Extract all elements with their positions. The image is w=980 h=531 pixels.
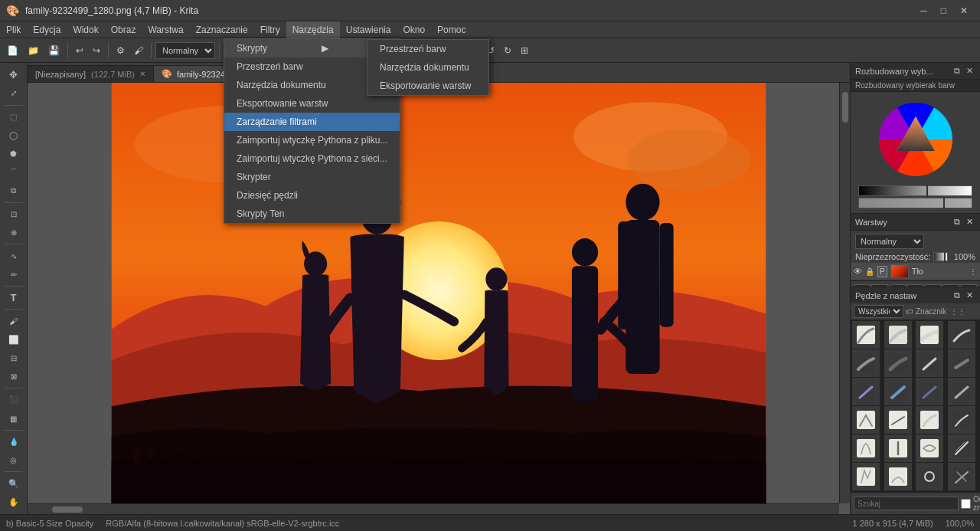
- close-button[interactable]: ✕: [954, 4, 974, 18]
- menu-ten-brushes-item[interactable]: Dziesięć pędzli: [224, 186, 400, 205]
- horizontal-scrollbar[interactable]: [28, 503, 839, 514]
- filter-tag-checkbox[interactable]: [961, 499, 971, 509]
- brush-category-select[interactable]: Wszystkie: [854, 305, 903, 318]
- brush-cell-11[interactable]: [916, 378, 943, 405]
- brush-cell-20[interactable]: [948, 434, 975, 462]
- new-file-button[interactable]: 📄: [3, 41, 22, 61]
- undo-button[interactable]: ↩: [72, 41, 87, 61]
- tool-transform2[interactable]: ⤢: [2, 84, 25, 102]
- tool-select-ellipse[interactable]: ◯: [2, 126, 25, 144]
- tool-eyedropper[interactable]: 💧: [2, 433, 25, 451]
- menu-view[interactable]: Widok: [67, 21, 104, 38]
- brush-cell-12[interactable]: [948, 378, 975, 405]
- tool-eraser[interactable]: ⬜: [2, 331, 25, 349]
- menu-skrypter-item[interactable]: Skrypter: [224, 168, 400, 186]
- brushes-close[interactable]: ✕: [964, 290, 975, 301]
- vertical-scrollbar[interactable]: [839, 83, 850, 503]
- brush-cell-2[interactable]: [884, 321, 912, 349]
- tool-select-contiguous[interactable]: ⧉: [2, 182, 25, 200]
- saturation-bar[interactable]: [858, 198, 972, 208]
- tab-unsaved[interactable]: [Niezapisany] (122,7 MiB) ✕: [28, 65, 154, 82]
- brush-cell-16[interactable]: [948, 406, 975, 434]
- brush-cell-14[interactable]: [884, 406, 912, 434]
- brush-cell-24[interactable]: [948, 463, 975, 490]
- tool-fill[interactable]: ⬛: [2, 391, 25, 408]
- brush-cell-17[interactable]: [852, 434, 880, 462]
- tool-smart-eyedropper[interactable]: ◎: [2, 451, 25, 469]
- tool-smart-patch[interactable]: ⊟: [2, 349, 25, 367]
- brush-cell-19[interactable]: [916, 434, 943, 462]
- rotate-right-button[interactable]: ↻: [500, 41, 515, 61]
- tool-zoom[interactable]: 🔍: [2, 474, 25, 492]
- menu-tools[interactable]: Narzędzia: [286, 21, 340, 38]
- minimize-button[interactable]: ─: [914, 4, 933, 18]
- canvas-viewport[interactable]: [28, 83, 850, 514]
- tab-unsaved-close[interactable]: ✕: [139, 70, 145, 78]
- brush-cell-9[interactable]: [852, 378, 880, 405]
- brush-cell-7[interactable]: [916, 349, 943, 377]
- menu-export-layers-item[interactable]: Eksportowanie warstw: [224, 94, 400, 113]
- layers-float[interactable]: ⧉: [952, 216, 962, 228]
- menu-manage-filters-item[interactable]: Zarządzanie filtrami: [224, 113, 400, 131]
- layer-visibility-icon[interactable]: 👁: [854, 267, 862, 276]
- menu-settings[interactable]: Ustawienia: [340, 21, 397, 38]
- menu-filter[interactable]: Filtry: [254, 21, 286, 38]
- brush-cell-3[interactable]: [916, 321, 943, 349]
- menu-file[interactable]: Plik: [0, 21, 27, 38]
- color-wheel-svg[interactable]: [877, 101, 954, 178]
- menu-window[interactable]: Okno: [397, 21, 431, 38]
- brush-cell-6[interactable]: [884, 349, 912, 377]
- brush-icon-button[interactable]: 🖌: [130, 41, 147, 61]
- brush-cell-23[interactable]: [916, 463, 943, 490]
- tool-paint[interactable]: 🖌: [2, 312, 25, 329]
- brush-cell-21[interactable]: [852, 463, 880, 490]
- brush-search-input[interactable]: [854, 497, 959, 510]
- layer-options-icon[interactable]: ⋮: [969, 267, 977, 276]
- tool-gradient[interactable]: ▦: [2, 410, 25, 428]
- brush-cell-5[interactable]: [852, 349, 880, 377]
- tool-select-rect[interactable]: ⬚: [2, 108, 25, 126]
- submenu-doc-tools[interactable]: Narzędzia dokumentu: [368, 58, 488, 77]
- maximize-button[interactable]: □: [935, 4, 952, 18]
- brush-cell-4[interactable]: [948, 321, 975, 349]
- tool-freehand-path[interactable]: ✏: [2, 266, 25, 284]
- blend-mode-select[interactable]: Normalny: [155, 42, 215, 59]
- menu-ten-scripts-item[interactable]: Skrypty Ten: [224, 205, 400, 223]
- tool-pan[interactable]: ✋: [2, 493, 25, 511]
- save-file-button[interactable]: 💾: [44, 41, 64, 61]
- submenu-color-space[interactable]: Przestrzeń barw: [368, 40, 488, 58]
- canvas-options-button[interactable]: ⊞: [517, 41, 532, 61]
- tool-bezier[interactable]: ∿: [2, 247, 25, 264]
- tool-move-layer[interactable]: ⊕: [2, 224, 25, 241]
- layers-close[interactable]: ✕: [964, 216, 975, 228]
- tool-transform[interactable]: [2, 66, 25, 84]
- menu-import-plugin-file-item[interactable]: Zaimportuj wtyczkę Pythona z pliku...: [224, 131, 400, 149]
- brush-cell-15[interactable]: [916, 406, 943, 434]
- redo-button[interactable]: ↪: [89, 41, 104, 61]
- menu-help[interactable]: Pomoc: [431, 21, 472, 38]
- layer-item-tlo[interactable]: 👁 🔒 P Tło ⋮: [851, 263, 980, 280]
- open-file-button[interactable]: 📁: [24, 41, 43, 61]
- brush-cell-18[interactable]: [884, 434, 912, 462]
- brush-options-icon[interactable]: ⋮⋮: [950, 307, 965, 316]
- color-picker-close[interactable]: ✕: [964, 65, 975, 77]
- menu-select[interactable]: Zaznaczanie: [190, 21, 254, 38]
- tool-crop[interactable]: ⊡: [2, 205, 25, 223]
- hue-bar[interactable]: [858, 185, 972, 196]
- brush-cell-13[interactable]: [852, 406, 880, 434]
- menu-image[interactable]: Obraz: [105, 21, 142, 38]
- menu-layer[interactable]: Warstwa: [142, 21, 189, 38]
- menu-edit[interactable]: Edycja: [27, 21, 67, 38]
- layer-blend-mode[interactable]: Normalny: [855, 234, 924, 249]
- tool-clone[interactable]: ⊠: [2, 368, 25, 385]
- tool-options-button[interactable]: ⚙: [113, 41, 129, 61]
- brushes-float[interactable]: ⧉: [952, 290, 962, 301]
- color-wheel-container[interactable]: [854, 95, 977, 184]
- menu-import-plugin-net-item[interactable]: Zaimportuj wtyczkę Pythona z sieci...: [224, 149, 400, 168]
- tool-text[interactable]: T: [2, 289, 25, 306]
- brush-cell-10[interactable]: [884, 378, 912, 405]
- layer-lock-icon[interactable]: 🔒: [865, 267, 874, 276]
- opacity-slider[interactable]: [933, 252, 948, 261]
- submenu-export-layers[interactable]: Eksportowanie warstw: [368, 77, 488, 95]
- color-picker-float[interactable]: ⧉: [952, 65, 962, 77]
